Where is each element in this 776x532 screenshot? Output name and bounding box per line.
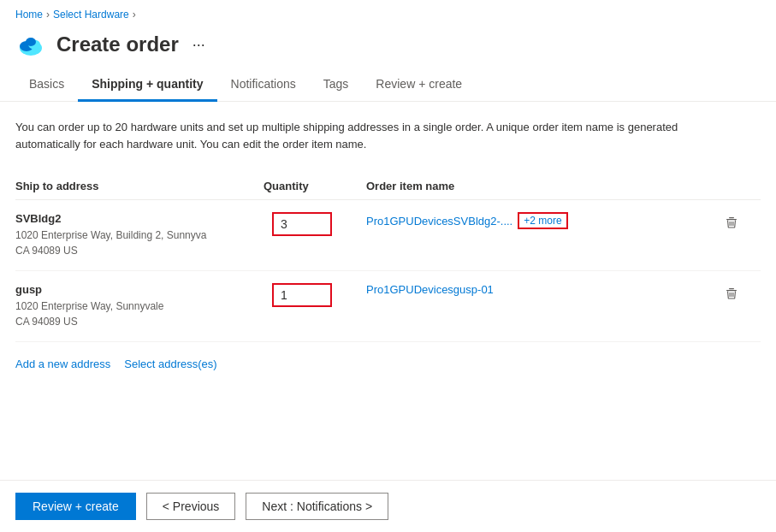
action-cell-1	[718, 271, 761, 342]
breadcrumb-home[interactable]: Home	[15, 9, 43, 21]
tab-review-create[interactable]: Review + create	[362, 68, 476, 102]
footer: Review + create < Previous Next : Notifi…	[0, 480, 776, 532]
svg-rect-5	[729, 217, 734, 218]
address-name: SVBldg2	[15, 212, 255, 225]
address-table: Ship to address Quantity Order item name…	[15, 173, 761, 342]
breadcrumb-select-hardware[interactable]: Select Hardware	[53, 9, 129, 21]
order-item-link-1[interactable]: Pro1GPUDevicesgusp-01	[366, 283, 494, 296]
table-row: gusp 1020 Enterprise Way, Sunnyvale CA 9…	[15, 271, 761, 342]
tab-basics[interactable]: Basics	[15, 68, 78, 102]
previous-button[interactable]: < Previous	[146, 493, 236, 520]
more-options-button[interactable]: ···	[189, 36, 209, 54]
svg-rect-10	[729, 288, 734, 289]
address-cell-1: gusp 1020 Enterprise Way, Sunnyvale CA 9…	[15, 271, 255, 342]
svg-point-3	[26, 38, 36, 46]
order-item-cell-1: Pro1GPUDevicesgusp-01	[366, 271, 718, 342]
svg-rect-4	[726, 219, 737, 220]
review-create-button[interactable]: Review + create	[15, 493, 136, 520]
tab-tags[interactable]: Tags	[310, 68, 363, 102]
col-header-action	[718, 173, 761, 200]
table-row: SVBldg2 1020 Enterprise Way, Building 2,…	[15, 200, 761, 271]
breadcrumb-sep2: ›	[133, 9, 136, 21]
address-line2: CA 94089 US	[15, 243, 255, 258]
col-header-quantity: Quantity	[255, 173, 366, 200]
next-notifications-button[interactable]: Next : Notifications >	[246, 493, 388, 520]
col-header-orderitem: Order item name	[366, 173, 718, 200]
address-line1: 1020 Enterprise Way, Sunnyvale	[15, 299, 255, 314]
description-text: You can order up to 20 hardware units an…	[15, 119, 717, 152]
tab-shipping[interactable]: Shipping + quantity	[78, 68, 216, 102]
add-new-address-link[interactable]: Add a new address	[15, 358, 110, 370]
breadcrumb: Home › Select Hardware ›	[0, 0, 776, 26]
quantity-input-0[interactable]	[272, 212, 332, 236]
quantity-cell-1	[255, 271, 366, 342]
breadcrumb-sep1: ›	[46, 9, 50, 21]
page-title: Create order	[56, 33, 179, 56]
select-addresses-link[interactable]: Select address(es)	[124, 358, 216, 370]
delete-button-0[interactable]	[718, 212, 745, 233]
tabs: Basics Shipping + quantity Notifications…	[0, 68, 776, 102]
more-badge-0[interactable]: +2 more	[518, 212, 567, 229]
address-line1: 1020 Enterprise Way, Building 2, Sunnyva	[15, 228, 255, 243]
address-name: gusp	[15, 283, 255, 296]
quantity-input-1[interactable]	[272, 283, 332, 307]
col-header-address: Ship to address	[15, 173, 255, 200]
address-cell-0: SVBldg2 1020 Enterprise Way, Building 2,…	[15, 200, 255, 271]
page-header: Create order ···	[0, 26, 776, 68]
svg-rect-9	[726, 290, 737, 291]
action-cell-0	[718, 200, 761, 271]
tab-notifications[interactable]: Notifications	[217, 68, 310, 102]
cloud-icon	[15, 29, 46, 60]
delete-button-1[interactable]	[718, 283, 745, 304]
add-links: Add a new address Select address(es)	[15, 358, 761, 387]
address-line2: CA 94089 US	[15, 314, 255, 329]
order-item-link-0[interactable]: Pro1GPUDevicesSVBldg2-....	[366, 215, 512, 228]
order-item-cell-0: Pro1GPUDevicesSVBldg2-....+2 more	[366, 200, 718, 271]
quantity-cell-0	[255, 200, 366, 271]
main-content: You can order up to 20 hardware units an…	[0, 102, 776, 480]
